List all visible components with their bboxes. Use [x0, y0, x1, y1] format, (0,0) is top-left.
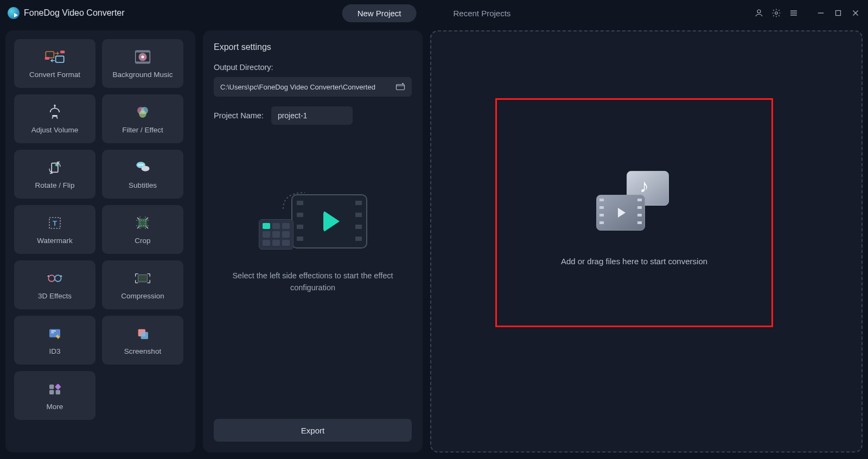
effect-illustration: Select the left side effections to start…	[214, 190, 412, 294]
tool-watermark[interactable]: T Watermark	[14, 205, 95, 254]
browse-folder-button[interactable]	[395, 82, 405, 91]
workspace: Convert Format Background Music Adjust V…	[0, 26, 868, 458]
tool-crop[interactable]: Crop	[102, 205, 183, 254]
svg-rect-35	[49, 390, 54, 394]
tool-subtitles[interactable]: Subtitles	[102, 150, 183, 199]
svg-text:T: T	[53, 219, 57, 227]
tab-recent-projects[interactable]: Recent Projects	[438, 4, 526, 22]
convert-format-icon	[44, 49, 66, 65]
svg-point-21	[138, 164, 140, 165]
svg-rect-3	[46, 52, 54, 58]
app-title: FoneDog Video Converter	[24, 8, 125, 18]
app-logo-icon	[8, 7, 20, 19]
adjust-volume-icon	[44, 104, 66, 120]
tool-more[interactable]: More	[14, 371, 95, 420]
dropzone[interactable]: Add or drag files here to start conversi…	[495, 98, 773, 327]
svg-rect-5	[45, 57, 49, 60]
tool-label: Watermark	[37, 237, 73, 245]
svg-point-23	[142, 164, 144, 165]
export-panel: Export settings Output Directory: C:\Use…	[203, 30, 423, 452]
project-name-input[interactable]	[271, 106, 353, 125]
project-name-label: Project Name:	[214, 111, 264, 120]
svg-point-28	[55, 275, 61, 282]
app-brand: FoneDog Video Converter	[8, 7, 125, 19]
tool-label: Convert Format	[29, 71, 80, 79]
effect-hint: Select the left side effections to start…	[214, 270, 412, 294]
svg-rect-26	[138, 218, 148, 227]
svg-point-16	[139, 110, 146, 117]
tool-label: Crop	[135, 237, 150, 245]
svg-point-18	[55, 163, 58, 166]
settings-icon[interactable]	[771, 8, 781, 18]
svg-rect-6	[60, 50, 65, 53]
tool-label: More	[47, 403, 63, 411]
3d-effects-icon	[44, 270, 66, 286]
tool-rotate-flip[interactable]: Rotate / Flip	[14, 150, 95, 199]
tool-filter-effect[interactable]: Filter / Effect	[102, 94, 183, 143]
svg-rect-36	[56, 390, 60, 394]
svg-point-27	[48, 275, 55, 282]
tool-label: 3D Effects	[38, 292, 72, 300]
tool-compression[interactable]: Compression	[102, 260, 183, 309]
svg-rect-11	[136, 61, 150, 63]
id3-icon	[44, 326, 66, 342]
tool-label: Compression	[121, 292, 164, 300]
close-button[interactable]	[851, 8, 860, 18]
svg-point-22	[140, 164, 142, 165]
tool-convert-format[interactable]: Convert Format	[14, 39, 95, 88]
svg-point-9	[142, 55, 144, 58]
output-dir-value: C:\Users\pc\FoneDog Video Converter\Conv…	[220, 83, 375, 91]
tool-background-music[interactable]: Background Music	[102, 39, 183, 88]
tool-label: Filter / Effect	[122, 126, 163, 134]
account-icon[interactable]	[754, 8, 764, 18]
tool-adjust-volume[interactable]: Adjust Volume	[14, 94, 95, 143]
tool-3d-effects[interactable]: 3D Effects	[14, 260, 95, 309]
drop-stage: Add or drag files here to start conversi…	[430, 30, 863, 452]
screenshot-icon	[132, 326, 154, 342]
crop-icon	[132, 215, 154, 231]
rotate-flip-icon	[44, 160, 66, 176]
filter-effect-icon	[132, 104, 154, 120]
svg-rect-13	[52, 115, 58, 117]
svg-point-0	[757, 10, 761, 13]
background-music-icon	[132, 49, 154, 65]
svg-rect-2	[836, 11, 841, 16]
maximize-button[interactable]	[833, 8, 843, 18]
project-name-row: Project Name:	[214, 106, 412, 125]
svg-rect-4	[56, 56, 64, 62]
window-controls	[754, 8, 860, 18]
svg-point-12	[54, 104, 55, 106]
svg-rect-32	[141, 331, 148, 339]
tool-id3[interactable]: ID3	[14, 316, 95, 365]
tool-label: ID3	[49, 347, 60, 355]
tool-screenshot[interactable]: Screenshot	[102, 316, 183, 365]
tool-label: Adjust Volume	[31, 126, 78, 134]
titlebar: FoneDog Video Converter New Project Rece…	[0, 0, 868, 26]
export-heading: Export settings	[214, 42, 412, 52]
tool-label: Screenshot	[124, 347, 161, 355]
compression-icon	[132, 270, 154, 286]
svg-point-1	[775, 12, 778, 15]
video-file-icon	[596, 195, 645, 231]
film-icon	[291, 194, 367, 248]
tool-label: Subtitles	[129, 181, 157, 189]
svg-rect-33	[49, 384, 54, 388]
svg-rect-37	[397, 85, 405, 90]
tab-new-project[interactable]: New Project	[342, 4, 417, 22]
export-button[interactable]: Export	[214, 419, 412, 442]
output-dir-label: Output Directory:	[214, 63, 412, 72]
minimize-button[interactable]	[816, 8, 826, 18]
dropzone-hint: Add or drag files here to start conversi…	[561, 257, 707, 266]
dropzone-illustration	[596, 171, 672, 231]
svg-rect-34	[55, 383, 61, 390]
main-tabs: New Project Recent Projects	[342, 4, 526, 22]
more-icon	[44, 381, 66, 397]
svg-point-20	[142, 165, 150, 171]
tool-label: Rotate / Flip	[35, 181, 75, 189]
svg-point-38	[403, 84, 404, 85]
output-dir-box: C:\Users\pc\FoneDog Video Converter\Conv…	[214, 77, 412, 97]
menu-icon[interactable]	[789, 8, 799, 18]
svg-rect-10	[136, 50, 150, 52]
grid-icon	[259, 219, 293, 250]
tool-label: Background Music	[112, 71, 173, 79]
